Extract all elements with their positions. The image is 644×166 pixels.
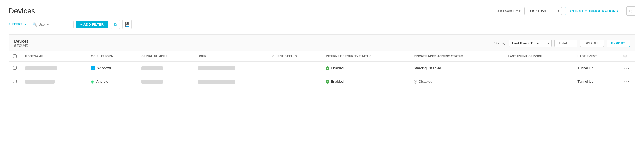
save-filter-icon: 💾 <box>125 22 129 27</box>
disable-button[interactable]: DISABLE <box>580 40 604 47</box>
os-name: Android <box>96 80 108 84</box>
disabled-dot-icon <box>414 80 417 84</box>
sort-select[interactable]: Last Event Time Hostname OS Platform <box>509 40 552 47</box>
row-more-cell: ··· <box>619 62 635 75</box>
row-checkbox-cell <box>9 62 21 75</box>
os-platform-cell: Windows <box>87 62 137 75</box>
serial-number-cell <box>137 75 193 88</box>
enabled-dot-icon <box>326 66 329 70</box>
row-more-button[interactable]: ··· <box>623 79 631 84</box>
last-event-text: Tunnel Up <box>577 66 593 70</box>
android-icon: ◆ <box>91 79 94 84</box>
gear-icon: ⚙ <box>629 9 633 14</box>
serial-number-cell <box>137 62 193 75</box>
table-actions: Sort by: Last Event Time Hostname OS Pla… <box>494 40 630 47</box>
internet-security-status-cell: Enabled <box>321 62 409 75</box>
row-checkbox[interactable] <box>13 66 17 70</box>
os-cell-windows: Windows <box>91 66 133 70</box>
internet-security-status-text: Enabled <box>331 80 344 84</box>
last-event-service-cell <box>504 62 573 75</box>
table-title: Devices <box>14 39 28 43</box>
client-status-cell <box>268 62 321 75</box>
col-internet-security-status: INTERNET SECURITY STATUS <box>321 51 409 62</box>
col-os-platform: OS PLATFORM <box>87 51 137 62</box>
table-settings-icon[interactable]: ⚙ <box>623 54 627 58</box>
last-event-text: Tunnel Up <box>577 80 593 84</box>
copy-filter-icon: ⧉ <box>114 22 117 27</box>
select-all-header <box>9 51 21 62</box>
private-apps-access-status-cell: Steering Disabled <box>409 62 504 75</box>
export-button[interactable]: EXPORT <box>607 40 630 47</box>
client-status-cell <box>268 75 321 88</box>
private-apps-access-status-cell: Disabled <box>409 75 504 88</box>
os-platform-cell: ◆ Android <box>87 75 137 88</box>
search-input[interactable] <box>39 22 71 27</box>
os-name: Windows <box>97 66 112 70</box>
user-blurred <box>198 66 235 70</box>
header-row: Devices Last Event Time: Last 7 Days Las… <box>9 6 635 16</box>
user-cell <box>194 75 268 88</box>
col-hostname: HOSTNAME <box>21 51 87 62</box>
select-all-checkbox[interactable] <box>13 54 17 58</box>
header-right: Last Event Time: Last 7 Days Last 30 Day… <box>496 6 635 16</box>
filters-toggle[interactable]: FILTERS ▼ <box>9 22 27 26</box>
col-private-apps-access-status: PRIVATE APPS ACCESS STATUS <box>409 51 504 62</box>
windows-icon <box>91 66 95 70</box>
internet-security-status-cell: Enabled <box>321 75 409 88</box>
devices-table: HOSTNAME OS PLATFORM SERIAL NUMBER USER … <box>9 51 635 88</box>
filters-row: FILTERS ▼ 🔍 + ADD FILTER ⧉ 💾 <box>9 20 635 29</box>
settings-gear-button[interactable]: ⚙ <box>626 6 635 16</box>
filter-copy-button[interactable]: ⧉ <box>111 20 120 29</box>
row-checkbox-cell <box>9 75 21 88</box>
search-icon: 🔍 <box>33 22 37 27</box>
search-box: 🔍 <box>30 21 74 28</box>
table-row: ◆ Android Enabled <box>9 75 635 88</box>
internet-security-enabled: Enabled <box>326 66 405 70</box>
row-more-cell: ··· <box>619 75 635 88</box>
hostname-cell <box>21 62 87 75</box>
hostname-blurred <box>25 66 57 70</box>
last-event-cell: Tunnel Up <box>573 62 619 75</box>
os-cell-android: ◆ Android <box>91 79 133 84</box>
user-blurred <box>198 80 235 84</box>
last-event-select-wrapper: Last 7 Days Last 30 Days Last 90 Days <box>524 7 562 15</box>
sort-select-wrapper: Last Event Time Hostname OS Platform <box>509 40 552 47</box>
last-event-label: Last Event Time: <box>496 9 522 13</box>
col-client-status: CLIENT STATUS <box>268 51 321 62</box>
internet-security-status-text: Enabled <box>331 66 344 70</box>
table-title-block: Devices 6 FOUND <box>14 39 28 48</box>
internet-security-enabled: Enabled <box>326 80 405 84</box>
filters-label-text: FILTERS <box>9 22 23 26</box>
row-checkbox[interactable] <box>13 80 17 83</box>
serial-blurred <box>141 66 163 70</box>
row-more-button[interactable]: ··· <box>623 65 631 71</box>
sort-by-label: Sort by: <box>494 41 507 45</box>
last-event-service-cell <box>504 75 573 88</box>
serial-blurred <box>141 80 163 84</box>
table-header: Devices 6 FOUND Sort by: Last Event Time… <box>9 35 635 51</box>
private-apps-disabled: Disabled <box>414 80 499 84</box>
col-last-event: LAST EVENT <box>573 51 619 62</box>
page-container: Devices Last Event Time: Last 7 Days Las… <box>0 0 644 166</box>
filter-save-button[interactable]: 💾 <box>122 20 132 29</box>
last-event-select[interactable]: Last 7 Days Last 30 Days Last 90 Days <box>524 7 562 15</box>
col-serial-number: SERIAL NUMBER <box>137 51 193 62</box>
table-count: 6 FOUND <box>14 44 28 48</box>
private-apps-status-text: Disabled <box>419 80 432 84</box>
client-configurations-button[interactable]: CLIENT CONFIGURATIONS <box>565 7 623 15</box>
col-last-event-service: LAST EVENT SERVICE <box>504 51 573 62</box>
last-event-cell: Tunnel Up <box>573 75 619 88</box>
page-title: Devices <box>9 7 35 15</box>
private-apps-status-text: Steering Disabled <box>414 66 441 70</box>
enabled-dot-icon <box>326 80 329 84</box>
table-row: Windows Enabled <box>9 62 635 75</box>
hostname-cell <box>21 75 87 88</box>
col-user: USER <box>194 51 268 62</box>
hostname-blurred <box>25 80 55 84</box>
devices-table-section: Devices 6 FOUND Sort by: Last Event Time… <box>9 34 635 88</box>
filters-chevron-icon: ▼ <box>24 22 27 26</box>
add-filter-button[interactable]: + ADD FILTER <box>76 21 108 28</box>
col-settings: ⚙ <box>619 51 635 62</box>
table-header-row: HOSTNAME OS PLATFORM SERIAL NUMBER USER … <box>9 51 635 62</box>
enable-button[interactable]: ENABLE <box>554 40 577 47</box>
